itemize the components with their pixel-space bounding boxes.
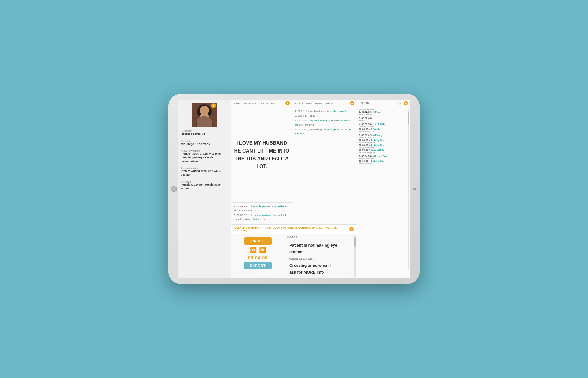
surrogate-section: Surrogate Pamela O'Connor, Previous co-w… [181, 180, 228, 190]
top-panels: PARTICIPANT WRITTEN NOTES + I LOVE MY HU… [231, 100, 357, 224]
notes-strikethrough-text: when at CASKE [289, 257, 315, 261]
svg-point-10 [206, 112, 207, 113]
communication-text: Prefers writing or talking while pacing. [181, 169, 228, 176]
symptoms-label: Known Symptoms [181, 149, 228, 152]
handwriting-text: I LOVE MY HUSBAND HE CANT LIFT ME INTO T… [234, 139, 290, 170]
verbal-panel-header: PARTICIPANT VERBAL INPUT + [292, 100, 357, 107]
svg-rect-2 [202, 116, 206, 120]
svg-point-8 [205, 112, 207, 114]
verbal-line-4: 4. 00:03:20 _ we do everything together … [295, 119, 354, 127]
controls-panel: PAUSE ⏪ ⏩ 00:04:00 EXPORT [231, 234, 285, 278]
notes-label: NOTES [285, 234, 357, 240]
verbal-input-panel: PARTICIPANT VERBAL INPUT + 2. 00:02:10 >… [292, 100, 357, 224]
code-item-5: 5. 00:03:42 > 6 Family Written, Positive… [359, 134, 409, 153]
notes-handwriting[interactable]: Patient is not making eye contact when a… [285, 240, 357, 278]
code-scrollbar-thumb[interactable] [408, 112, 409, 124]
verbal-list: 2. 00:02:10 > am I writing about my husb… [292, 107, 357, 143]
code-header: CODE | ⊙ + [357, 100, 410, 107]
written-notes-panel: PARTICIPANT WRITTEN NOTES + I LOVE MY HU… [231, 100, 292, 224]
code-item-1-detail: Written, Neutral [359, 108, 409, 111]
verbal-line-3: 3. 00:02:40 _ okay [295, 114, 354, 118]
main-content: + Participant Rosaline Lewis, 71 Dementi… [178, 100, 410, 278]
svg-point-1 [196, 119, 213, 127]
svg-point-5 [197, 108, 201, 116]
rewind-button[interactable]: ⏪ [250, 247, 257, 253]
symptoms-section: Known Symptoms Frequent loss of ability … [181, 149, 228, 163]
code-item-2-header: 2. 00:02:10 > 6 Family [359, 111, 409, 113]
svg-rect-12 [198, 122, 210, 127]
code-scrollbar-track [408, 109, 409, 269]
dementia-section: Dementia Mid-Stage Alzheimer's [181, 140, 228, 146]
verbal-line-7: 7. ... [295, 137, 354, 141]
transcript-area: 1. 00:01:25 _ I live at home with my hus… [231, 202, 292, 224]
forward-button[interactable]: ⏩ [259, 247, 266, 253]
svg-point-4 [198, 104, 210, 112]
export-button[interactable]: EXPORT [244, 262, 272, 269]
code-divider-icon: | [398, 102, 399, 105]
transcript-line-1: 1. 00:01:25 _ I live at home with my hus… [234, 205, 290, 213]
svg-point-9 [202, 112, 203, 113]
participant-section: Participant Rosaline Lewis, 71 [181, 130, 228, 136]
handwriting-area: I LOVE MY HUSBAND HE CANT LIFT ME INTO T… [231, 107, 292, 202]
communication-label: Communication [181, 167, 228, 169]
warning-add-button[interactable]: + [349, 227, 354, 231]
patient-photo-wrapper: + [192, 103, 217, 127]
code-title: CODE [360, 102, 370, 105]
communication-section: Communication Prefers writing or talking… [181, 167, 228, 176]
written-notes-title: PARTICIPANT WRITTEN NOTES [234, 102, 275, 105]
warning-text: CAPACITY WARNING: 4 MINUTES OF 60% CONVE… [234, 226, 349, 232]
code-header-icons: | ⊙ + [398, 101, 408, 105]
surrogate-text: Pamela O'Connor, Previous co-worker. [181, 183, 228, 190]
participant-label: Participant [181, 130, 228, 132]
verbal-line-2: 2. 00:02:10 > am I writing about my husb… [295, 109, 354, 113]
photo-add-button[interactable]: + [211, 103, 216, 108]
surrogate-label: Surrogate [181, 180, 228, 183]
code-item-6: 6. 00:04:00 > 4 Living Con. Verbal, Posi… [359, 155, 409, 164]
code-panel: CODE | ⊙ + Written, Neutral 2. 00:02:10 [357, 100, 410, 278]
verbal-add-button[interactable]: + [350, 101, 354, 105]
bottom-area: PAUSE ⏪ ⏩ 00:04:00 EXPORT NOTES Patient … [231, 234, 357, 278]
svg-point-7 [201, 112, 203, 114]
center-panels: PARTICIPANT WRITTEN NOTES + I LOVE MY HU… [231, 100, 357, 278]
symptoms-text: Frequent loss of ability to read, often … [181, 152, 228, 163]
pause-button[interactable]: PAUSE [244, 237, 272, 245]
verbal-panel-title: PARTICIPANT VERBAL INPUT [295, 102, 334, 105]
left-panel: + Participant Rosaline Lewis, 71 Dementi… [178, 100, 231, 278]
timer-display: 00:04:00 [248, 255, 268, 260]
code-add-button[interactable]: + [404, 101, 408, 105]
notes-panel-bottom: NOTES Patient is not making eye contact … [285, 234, 357, 278]
tablet: + Participant Rosaline Lewis, 71 Dementi… [168, 94, 420, 284]
code-item-3: 3. 00:02:40 > Verbal [359, 117, 409, 122]
tablet-screen: + Participant Rosaline Lewis, 71 Dementi… [178, 100, 410, 278]
transcript-line-5: 5. 00:03:42 _ I love my husband he cant … [234, 214, 290, 222]
notes-scrollbar-track [354, 236, 356, 277]
side-button [413, 188, 416, 190]
dementia-label: Dementia [181, 140, 228, 142]
verbal-line-6: 6. 00:04:00 _ I would say home is good b… [295, 127, 354, 136]
transport-controls: ⏪ ⏩ [250, 247, 266, 253]
code-item-1: Written, Neutral 2. 00:02:10 > 6 Family … [359, 108, 409, 115]
warning-bar: CAPACITY WARNING: 4 MINUTES OF 60% CONVE… [231, 224, 357, 234]
code-item-4: 4. 00:03:30 > 10,11 Ability Written, Neu… [359, 123, 409, 133]
svg-point-11 [204, 114, 205, 116]
participant-name: Rosaline Lewis, 71 [181, 132, 228, 136]
code-list: Written, Neutral 2. 00:02:10 > 6 Family … [357, 107, 410, 278]
code-home-icon[interactable]: ⊙ [400, 102, 402, 105]
notes-scrollbar-thumb[interactable] [354, 237, 356, 247]
dementia-type: Mid-Stage Alzheimer's [181, 142, 228, 146]
home-button[interactable] [171, 186, 177, 192]
svg-point-6 [207, 108, 212, 116]
written-notes-header: PARTICIPANT WRITTEN NOTES + [231, 100, 292, 107]
written-notes-add-button[interactable]: + [285, 101, 290, 105]
